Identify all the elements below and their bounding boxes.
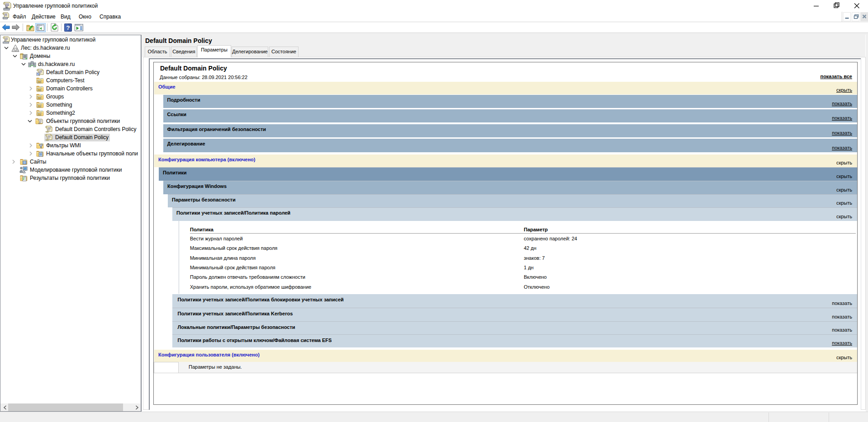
svg-text:?: ? bbox=[66, 24, 70, 31]
